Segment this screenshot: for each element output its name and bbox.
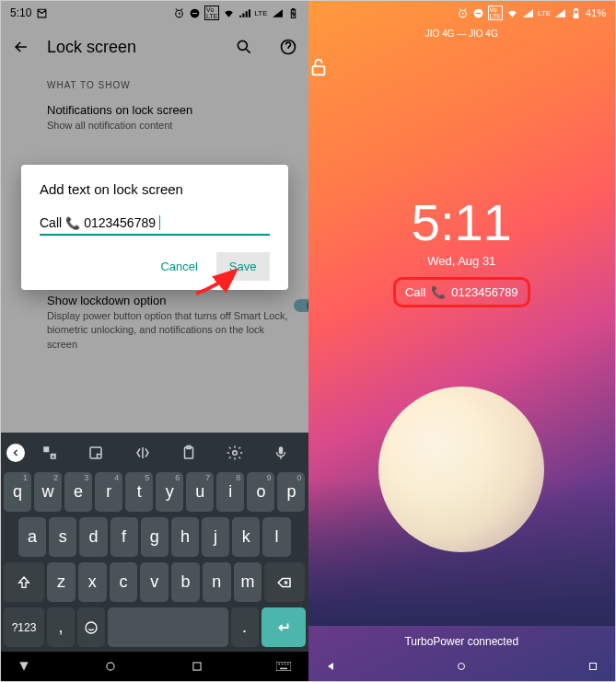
input-text-prefix: Call [40, 215, 62, 230]
wallpaper-orb [378, 387, 544, 552]
lock-text-input[interactable]: Call 📞 0123456789 [40, 215, 270, 236]
nav-home-button[interactable] [104, 660, 117, 673]
status-bar-right: VoLTE LTE 41% [308, 1, 616, 25]
key-f[interactable]: f [110, 517, 138, 557]
carrier-label: JIO 4G — JIO 4G [308, 29, 616, 39]
lock-message-highlight: Call 📞 0123456789 [393, 277, 530, 307]
key-i[interactable]: i8 [216, 472, 244, 512]
translate-icon[interactable] [29, 445, 71, 461]
key-c[interactable]: c [110, 562, 138, 602]
key-z[interactable]: z [47, 562, 76, 602]
key-a[interactable]: a [18, 517, 46, 557]
key-e[interactable]: e3 [64, 472, 92, 512]
chevron-left-icon[interactable] [6, 444, 25, 462]
svg-rect-25 [575, 8, 576, 9]
lte-label: LTE [538, 9, 551, 17]
key-r[interactable]: r4 [95, 472, 122, 512]
svg-rect-11 [279, 446, 284, 454]
volte-icon: VoLTE [488, 6, 503, 20]
signal2-icon [554, 7, 566, 19]
comma-key[interactable]: , [47, 607, 75, 647]
charging-status: TurboPower connected [308, 635, 616, 648]
key-g[interactable]: g [141, 517, 169, 557]
key-o[interactable]: o9 [247, 472, 274, 512]
key-h[interactable]: h [171, 517, 199, 557]
svg-rect-20 [280, 668, 287, 670]
key-n[interactable]: n [203, 562, 231, 602]
key-j[interactable]: j [202, 517, 229, 557]
key-q[interactable]: q1 [4, 472, 31, 512]
key-u[interactable]: u7 [186, 472, 214, 512]
svg-point-18 [285, 664, 286, 665]
svg-rect-14 [193, 663, 201, 670]
svg-point-28 [459, 664, 465, 670]
svg-point-10 [233, 451, 238, 456]
lock-date: Wed, Aug 31 [308, 254, 616, 268]
phone-icon: 📞 [65, 216, 80, 230]
battery-percent: 41% [586, 7, 606, 18]
nav-recent-button[interactable] [191, 660, 203, 673]
lock-time: 5:11 [308, 197, 616, 249]
nav-back-button[interactable] [17, 660, 30, 673]
nav-home-button[interactable] [456, 661, 467, 672]
key-x[interactable]: x [78, 562, 107, 602]
input-text-number: 0123456789 [84, 215, 156, 230]
keyboard-row-4: ?123 , . [1, 605, 308, 650]
nav-bar-right [308, 652, 616, 681]
key-d[interactable]: d [79, 517, 107, 557]
sticker-icon[interactable] [75, 445, 117, 461]
wifi-icon [506, 7, 518, 19]
svg-point-17 [282, 664, 284, 665]
cursor-icon[interactable] [122, 445, 164, 461]
key-w[interactable]: w2 [34, 472, 62, 512]
key-l[interactable]: l [262, 517, 290, 557]
emoji-key[interactable] [77, 607, 105, 647]
key-b[interactable]: b [171, 562, 200, 602]
lock-message-number: 0123456789 [451, 285, 517, 299]
key-k[interactable]: k [232, 517, 260, 557]
signal-icon [522, 7, 534, 19]
keyboard-row-2: asdfghjkl [1, 514, 308, 560]
svg-rect-15 [276, 662, 291, 671]
keyboard-switch-icon[interactable] [276, 662, 291, 671]
svg-rect-27 [312, 66, 324, 75]
phone-icon: 📞 [431, 285, 446, 299]
nav-bar-left [1, 652, 308, 681]
key-t[interactable]: t5 [125, 472, 153, 512]
shift-key[interactable] [4, 562, 44, 602]
mic-icon[interactable] [260, 445, 302, 461]
keyboard-row-3: zxcvbnm [1, 560, 308, 605]
add-text-dialog: Add text on lock screen Call 📞 012345678… [21, 165, 288, 290]
annotation-arrow [194, 263, 245, 295]
text-cursor [159, 215, 160, 230]
svg-point-13 [107, 663, 114, 670]
svg-rect-26 [574, 14, 577, 17]
enter-key[interactable] [262, 607, 306, 647]
svg-point-12 [86, 622, 97, 633]
on-screen-keyboard: q1w2e3r4t5y6u7i8o9p0 asdfghjkl zxcvbnm ?… [1, 433, 308, 681]
svg-point-16 [279, 664, 281, 665]
lock-message-prefix: Call [405, 285, 425, 299]
backspace-key[interactable] [264, 562, 305, 602]
period-key[interactable]: . [231, 607, 259, 647]
svg-rect-29 [590, 664, 597, 670]
key-v[interactable]: v [140, 562, 169, 602]
clipboard-icon[interactable] [168, 445, 210, 461]
dnd-icon [472, 7, 484, 19]
unlock-icon[interactable] [308, 57, 616, 77]
numbers-key[interactable]: ?123 [4, 607, 44, 647]
svg-point-19 [287, 664, 289, 665]
nav-recent-button[interactable] [587, 661, 599, 672]
key-s[interactable]: s [49, 517, 76, 557]
nav-back-button[interactable] [325, 661, 336, 672]
key-y[interactable]: y6 [156, 472, 183, 512]
gear-icon[interactable] [214, 445, 256, 461]
key-m[interactable]: m [234, 562, 262, 602]
space-key[interactable] [108, 607, 228, 647]
alarm-icon [457, 7, 469, 19]
svg-rect-7 [90, 447, 101, 458]
dialog-title: Add text on lock screen [40, 181, 270, 197]
battery-icon [570, 7, 582, 19]
key-p[interactable]: p0 [277, 472, 305, 512]
keyboard-row-1: q1w2e3r4t5y6u7i8o9p0 [1, 469, 308, 514]
